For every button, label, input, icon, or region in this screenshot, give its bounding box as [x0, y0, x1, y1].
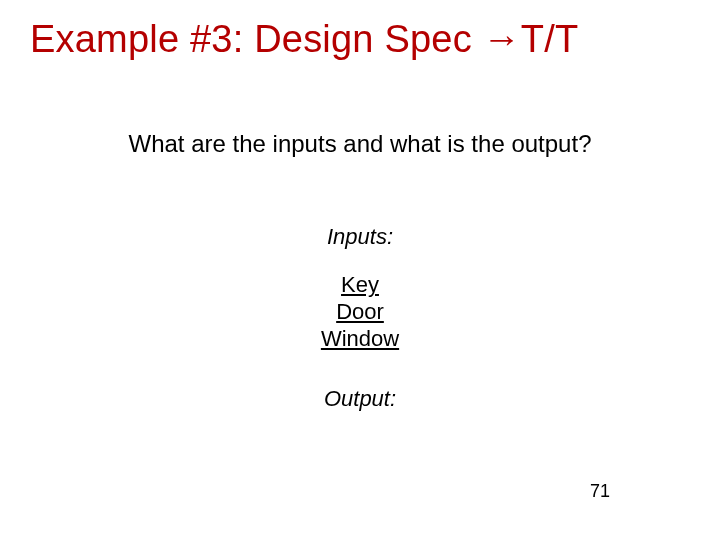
inputs-heading: Inputs: — [0, 224, 720, 250]
input-item-door: Door — [0, 299, 720, 326]
slide-title: Example #3: Design Spec →T/T — [30, 18, 690, 61]
input-item-key: Key — [0, 272, 720, 299]
input-item-window: Window — [0, 326, 720, 353]
page-number: 71 — [590, 481, 610, 502]
question-text: What are the inputs and what is the outp… — [0, 130, 720, 158]
inputs-list: Key Door Window — [0, 272, 720, 352]
slide: Example #3: Design Spec →T/T What are th… — [0, 0, 720, 540]
output-heading: Output: — [0, 386, 720, 412]
